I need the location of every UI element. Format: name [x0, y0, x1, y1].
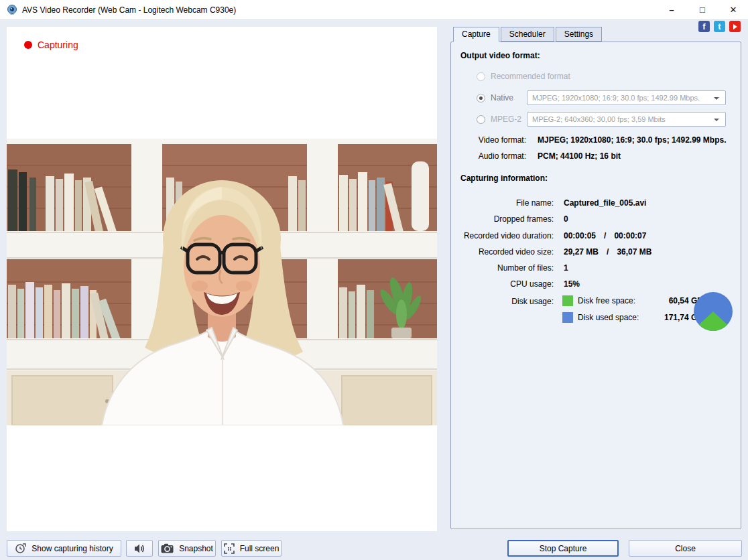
- capturing-status-label: Capturing: [38, 40, 78, 50]
- recorded-size-row: Recorded video size:29,27 MB/36,07 MB: [460, 247, 651, 257]
- row-value: 29,27 MB: [564, 247, 599, 257]
- row-value: 1: [564, 263, 568, 273]
- native-format-dropdown[interactable]: MJPEG; 1920x1080; 16:9; 30.0 fps; 1492.9…: [527, 90, 726, 105]
- snapshot-button[interactable]: Snapshot: [158, 540, 216, 557]
- row-value2: 00:00:07: [614, 231, 646, 240]
- capturing-info-heading: Capturing information:: [460, 173, 548, 183]
- audio-format-label: Audio format:: [460, 151, 526, 161]
- video-format-label: Video format:: [460, 135, 526, 145]
- twitter-icon[interactable]: t: [714, 21, 725, 32]
- video-preview-area: Capturing: [7, 27, 437, 531]
- app-icon: [6, 4, 18, 16]
- stop-capture-button[interactable]: Stop Capture: [507, 540, 619, 557]
- radio-label: Native: [491, 93, 513, 102]
- chevron-down-icon: [714, 119, 719, 121]
- chevron-down-icon: [714, 97, 719, 100]
- audio-format-value: PCM; 44100 Hz; 16 bit: [538, 151, 621, 161]
- row-label: Dropped frames:: [460, 214, 554, 224]
- file-name-row: File name:Captured_file_005.avi: [460, 198, 646, 208]
- row-value: Captured_file_005.avi: [564, 198, 646, 208]
- speaker-icon: [133, 543, 145, 554]
- radio-circle-icon[interactable]: [477, 115, 485, 124]
- social-links: f t: [698, 21, 741, 32]
- used-space-swatch-icon: [562, 312, 573, 323]
- tab-scheduler[interactable]: Scheduler: [501, 27, 554, 42]
- dropdown-value: MPEG-2; 640x360; 30,00 fps; 3,59 Mbits: [532, 115, 666, 123]
- cpu-usage-row: CPU usage:15%: [460, 279, 580, 289]
- close-window-button[interactable]: ✕: [719, 0, 748, 20]
- row-separator: /: [607, 247, 609, 257]
- tab-bar: Capture Scheduler Settings: [453, 27, 603, 42]
- radio-recommended-format[interactable]: Recommended format: [477, 72, 570, 81]
- row-value: 15%: [564, 279, 580, 289]
- dropped-frames-row: Dropped frames:0: [460, 214, 568, 224]
- row-separator: /: [604, 231, 606, 240]
- mute-button[interactable]: [126, 540, 153, 557]
- radio-label: MPEG-2: [491, 115, 521, 124]
- row-label: File name:: [460, 198, 554, 208]
- window-title: AVS Video Recorder (Web Cam - Logitech W…: [22, 5, 236, 15]
- capturing-indicator: Capturing: [24, 40, 78, 50]
- video-format-value: MJPEG; 1920x1080; 16:9; 30.0 fps; 1492.9…: [538, 135, 726, 145]
- titlebar: AVS Video Recorder (Web Cam - Logitech W…: [0, 0, 748, 20]
- disk-usage-row: Disk usage:: [460, 297, 554, 306]
- fullscreen-icon: [224, 543, 235, 554]
- video-format-row: Video format:MJPEG; 1920x1080; 16:9; 30.…: [460, 135, 726, 145]
- audio-format-row: Audio format:PCM; 44100 Hz; 16 bit: [460, 151, 621, 161]
- dropdown-value: MJPEG; 1920x1080; 16:9; 30.0 fps; 1492.9…: [532, 94, 700, 102]
- radio-circle-icon[interactable]: [477, 72, 485, 81]
- row-value2: 36,07 MB: [617, 247, 651, 257]
- number-of-files-row: Number of files:1: [460, 263, 568, 273]
- maximize-button[interactable]: □: [688, 0, 717, 20]
- radio-circle-icon[interactable]: [477, 94, 485, 102]
- close-button[interactable]: Close: [629, 540, 742, 557]
- capture-tab-panel: Output video format: Recommended format …: [450, 42, 741, 529]
- row-label: Recorded video size:: [460, 247, 554, 257]
- button-label: Full screen: [240, 544, 279, 553]
- disk-usage-label: Disk usage:: [460, 297, 554, 306]
- legend-item-used: Disk used space: 171,74 GB: [562, 311, 703, 323]
- button-label: Show capturing history: [32, 544, 113, 553]
- play-triangle-icon: [733, 24, 737, 29]
- camera-icon: [161, 543, 174, 553]
- mpeg2-format-dropdown[interactable]: MPEG-2; 640x360; 30,00 fps; 3,59 Mbits: [527, 112, 726, 127]
- app-window: AVS Video Recorder (Web Cam - Logitech W…: [0, 0, 748, 560]
- youtube-icon[interactable]: [729, 21, 741, 32]
- recording-dot-icon: [24, 41, 32, 49]
- output-format-heading: Output video format:: [460, 51, 540, 60]
- row-label: Recorded video duration:: [460, 231, 554, 240]
- minimize-button[interactable]: –: [657, 0, 686, 20]
- row-value: 0: [564, 214, 568, 224]
- radio-mpeg2[interactable]: MPEG-2: [477, 115, 521, 124]
- legend-label: Disk free space:: [578, 296, 635, 305]
- show-capturing-history-button[interactable]: Show capturing history: [7, 540, 121, 557]
- legend-label: Disk used space:: [578, 313, 639, 322]
- full-screen-button[interactable]: Full screen: [221, 540, 282, 557]
- radio-native[interactable]: Native: [477, 93, 513, 102]
- history-icon: [15, 543, 26, 554]
- free-space-swatch-icon: [562, 295, 573, 306]
- facebook-icon[interactable]: f: [698, 21, 710, 32]
- button-label: Snapshot: [179, 544, 213, 553]
- bottom-toolbar: Show capturing history Snapshot: [0, 533, 748, 560]
- recorded-duration-row: Recorded video duration:00:00:05/00:00:0…: [460, 231, 646, 240]
- row-label: CPU usage:: [460, 279, 554, 289]
- radio-label: Recommended format: [491, 72, 570, 81]
- tab-capture[interactable]: Capture: [453, 27, 499, 42]
- legend-item-free: Disk free space: 60,54 GB: [562, 295, 703, 306]
- disk-usage-pie: [694, 292, 733, 331]
- tab-settings[interactable]: Settings: [556, 27, 602, 42]
- row-value: 00:00:05: [564, 231, 596, 240]
- row-label: Number of files:: [460, 263, 554, 273]
- disk-usage-legend: Disk free space: 60,54 GB Disk used spac…: [562, 295, 703, 328]
- webcam-video-frame: [7, 139, 437, 425]
